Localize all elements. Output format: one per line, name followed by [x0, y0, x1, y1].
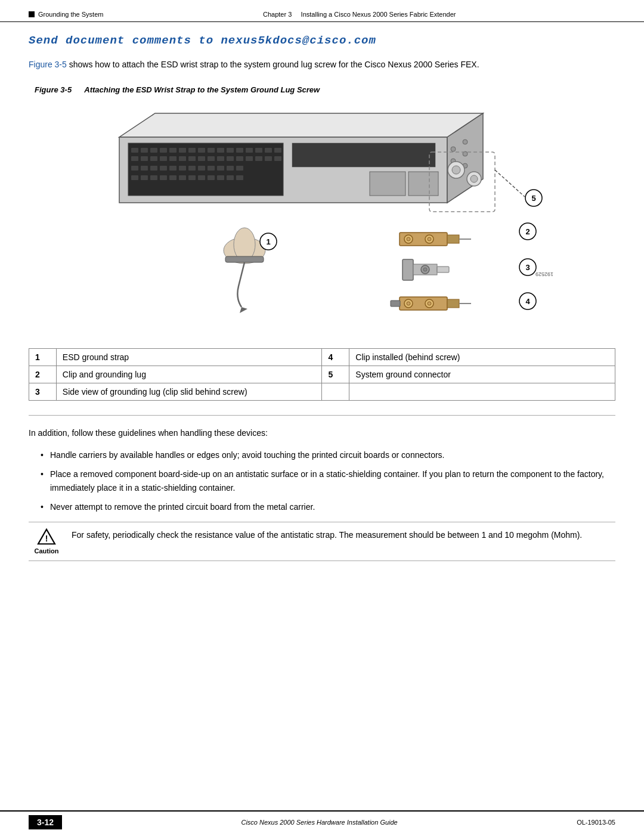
svg-rect-19: [265, 148, 272, 153]
svg-text:3: 3: [525, 263, 530, 272]
table-row: 2 Clip and grounding lug 5 System ground…: [29, 366, 615, 383]
legend-empty-num: [322, 383, 349, 401]
svg-rect-39: [150, 166, 157, 171]
legend-desc-5: System ground connector: [349, 366, 615, 383]
svg-rect-22: [141, 156, 148, 161]
svg-rect-51: [150, 175, 157, 180]
svg-rect-83: [447, 235, 459, 243]
svg-point-87: [428, 237, 431, 241]
list-item: Place a removed component board-side-up …: [41, 467, 615, 494]
figure-diagram: 5 1: [78, 101, 566, 334]
list-item: Handle carriers by available handles or …: [41, 448, 615, 462]
svg-rect-4: [292, 143, 435, 167]
clip-grounding-lug: [400, 233, 471, 246]
footer-doc-title: Cisco Nexus 2000 Series Hardware Install…: [241, 819, 397, 826]
svg-rect-23: [150, 156, 157, 161]
figure-caption: Figure 3-5 Attaching the ESD Wrist Strap…: [29, 85, 615, 94]
svg-rect-25: [169, 156, 177, 161]
svg-point-64: [463, 140, 467, 144]
svg-rect-95: [437, 267, 449, 272]
caution-box: ! Caution For safety, periodically check…: [29, 522, 615, 561]
svg-rect-35: [265, 156, 272, 161]
svg-rect-26: [179, 156, 186, 161]
figure-area: 5 1: [29, 101, 615, 334]
svg-rect-57: [208, 175, 215, 180]
svg-rect-24: [160, 156, 167, 161]
main-content: Send document comments to nexus5kdocs@ci…: [0, 22, 644, 609]
svg-point-63: [451, 147, 456, 151]
svg-rect-9: [169, 148, 177, 153]
page-footer: 3-12 Cisco Nexus 2000 Series Hardware In…: [0, 810, 644, 833]
svg-rect-28: [198, 156, 205, 161]
svg-rect-36: [274, 156, 281, 161]
section-divider: [29, 415, 615, 416]
legend-desc-4: Clip installed (behind screw): [349, 349, 615, 366]
caution-icon: ! Caution: [29, 528, 64, 555]
svg-text:4: 4: [525, 297, 530, 306]
guidelines-intro: In addition, follow these guidelines whe…: [29, 426, 615, 439]
svg-rect-15: [227, 148, 234, 153]
svg-point-71: [452, 166, 460, 174]
svg-rect-17: [246, 148, 253, 153]
svg-point-85: [407, 237, 410, 241]
svg-rect-44: [198, 166, 205, 171]
svg-rect-48: [236, 166, 243, 171]
legend-num-2: 2: [29, 366, 57, 383]
header-section-text: Grounding the System: [38, 11, 103, 18]
svg-rect-33: [246, 156, 253, 161]
svg-rect-60: [236, 175, 243, 180]
svg-rect-37: [131, 166, 138, 171]
legend-desc-2: Clip and grounding lug: [56, 366, 322, 383]
svg-rect-47: [227, 166, 234, 171]
figure-caption-text: Attaching the ESD Wrist Strap to the Sys…: [84, 85, 320, 94]
svg-rect-12: [198, 148, 205, 153]
table-row: 3 Side view of grounding lug (clip slid …: [29, 383, 615, 401]
table-row: 1 ESD ground strap 4 Clip installed (beh…: [29, 349, 615, 366]
chassis-group: [119, 113, 483, 203]
send-comments-heading: Send document comments to nexus5kdocs@ci…: [29, 34, 615, 47]
svg-rect-31: [227, 156, 234, 161]
legend-table: 1 ESD ground strap 4 Clip installed (beh…: [29, 348, 615, 401]
svg-rect-91: [402, 259, 413, 280]
svg-rect-7: [150, 148, 157, 153]
caution-text: For safety, periodically check the resis…: [72, 528, 582, 541]
legend-num-3: 3: [29, 383, 57, 401]
svg-text:5: 5: [531, 194, 535, 203]
svg-point-103: [428, 302, 431, 305]
svg-rect-43: [188, 166, 196, 171]
svg-rect-14: [217, 148, 224, 153]
svg-text:1: 1: [266, 237, 270, 246]
svg-rect-29: [208, 156, 215, 161]
svg-rect-56: [198, 175, 205, 180]
svg-rect-62: [408, 172, 438, 196]
svg-rect-42: [179, 166, 186, 171]
caution-label: Caution: [35, 547, 59, 555]
legend-desc-3: Side view of grounding lug (clip slid be…: [56, 383, 322, 401]
clip-installed: [391, 297, 471, 310]
figure-number: Figure 3-5: [35, 85, 72, 94]
svg-rect-5: [131, 148, 138, 153]
svg-rect-32: [236, 156, 243, 161]
svg-rect-38: [141, 166, 148, 171]
legend-desc-1: ESD ground strap: [56, 349, 322, 366]
header-square-icon: [29, 11, 35, 17]
svg-rect-53: [169, 175, 177, 180]
svg-rect-8: [160, 148, 167, 153]
legend-num-1: 1: [29, 349, 57, 366]
svg-text:!: !: [45, 534, 48, 543]
svg-rect-16: [236, 148, 243, 153]
svg-rect-61: [370, 172, 405, 196]
header-section-label: Grounding the System: [29, 11, 103, 18]
svg-rect-52: [160, 175, 167, 180]
svg-rect-45: [208, 166, 215, 171]
svg-rect-10: [179, 148, 186, 153]
svg-rect-55: [188, 175, 196, 180]
svg-rect-49: [131, 175, 138, 180]
svg-point-94: [423, 268, 427, 271]
legend-num-5: 5: [322, 366, 349, 383]
list-item: Never attempt to remove the printed circ…: [41, 500, 615, 513]
svg-rect-27: [188, 156, 196, 161]
svg-rect-18: [255, 148, 262, 153]
svg-rect-20: [274, 148, 281, 153]
svg-text:2: 2: [525, 227, 530, 236]
